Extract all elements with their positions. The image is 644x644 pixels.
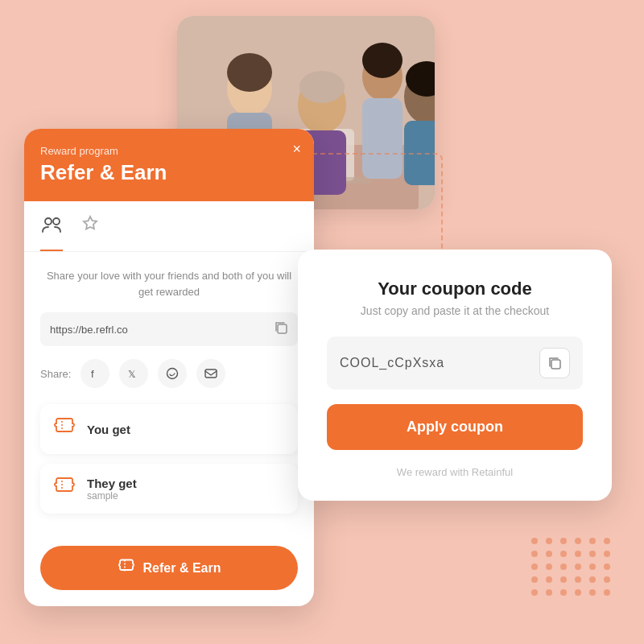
they-get-item: They get sample	[40, 464, 298, 514]
cta-icon	[118, 557, 135, 579]
svg-text:𝕏: 𝕏	[128, 369, 136, 380]
svg-point-9	[299, 71, 345, 103]
you-get-item: You get	[40, 404, 298, 454]
svg-rect-26	[551, 360, 560, 369]
svg-point-12	[362, 43, 402, 78]
coupon-code: COOL_cCpXsxa	[340, 356, 539, 370]
coupon-title: Your coupon code	[327, 279, 583, 299]
svg-point-16	[45, 218, 52, 225]
they-get-main: They get	[87, 477, 137, 490]
whatsapp-share-button[interactable]	[158, 359, 187, 388]
powered-by-text: We reward with Retainful	[327, 466, 583, 478]
share-label: Share:	[40, 368, 71, 380]
you-get-text: You get	[87, 423, 130, 436]
referral-link: https://be.refrl.co	[50, 324, 274, 336]
copy-coupon-button[interactable]	[539, 348, 570, 378]
email-share-button[interactable]	[196, 359, 225, 388]
svg-rect-18	[278, 324, 287, 333]
cta-label: Refer & Earn	[143, 561, 221, 576]
refer-earn-title: Refer & Earn	[40, 160, 298, 185]
apply-coupon-button[interactable]: Apply coupon	[327, 404, 583, 450]
refer-card: Reward program Refer & Earn × Share your…	[24, 129, 314, 606]
coupon-card: Your coupon code Just copy and paste it …	[298, 250, 612, 501]
svg-point-21	[167, 369, 178, 379]
reward-program-label: Reward program	[40, 145, 298, 157]
refer-tabs	[24, 201, 314, 252]
you-get-main: You get	[87, 423, 130, 436]
they-get-text: They get sample	[87, 477, 137, 502]
they-get-sub: sample	[87, 490, 137, 502]
background-dots	[531, 538, 612, 596]
tab-referral[interactable]	[40, 214, 63, 251]
link-input-row: https://be.refrl.co	[40, 312, 298, 346]
refer-card-header: Reward program Refer & Earn ×	[24, 129, 314, 201]
refer-earn-cta-button[interactable]: Refer & Earn	[40, 546, 298, 590]
svg-text:f: f	[91, 368, 94, 380]
facebook-share-button[interactable]: f	[80, 359, 109, 388]
copy-link-button[interactable]	[274, 320, 288, 338]
share-description: Share your love with your friends and bo…	[40, 268, 298, 299]
ticket-icon-you	[53, 415, 76, 443]
svg-point-17	[53, 218, 60, 225]
tab-rewards[interactable]	[79, 214, 101, 251]
svg-rect-22	[205, 369, 217, 378]
coupon-subtitle: Just copy and paste it at the checkout	[327, 304, 583, 317]
coupon-code-row: COOL_cCpXsxa	[327, 336, 583, 390]
close-button[interactable]: ×	[292, 142, 301, 156]
share-row: Share: f 𝕏	[40, 359, 298, 388]
ticket-icon-they	[53, 475, 76, 502]
twitter-share-button[interactable]: 𝕏	[119, 359, 148, 388]
refer-body: Share your love with your friends and bo…	[24, 252, 314, 539]
svg-point-6	[227, 53, 272, 92]
